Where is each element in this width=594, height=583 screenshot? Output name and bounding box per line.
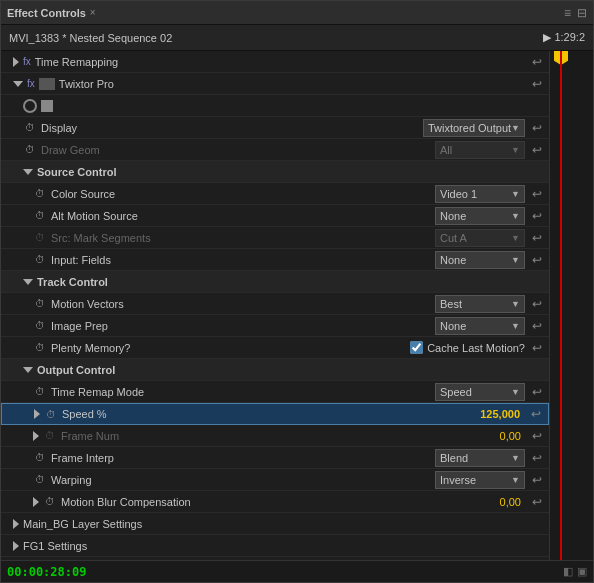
image-prep-stopwatch[interactable]: ⏱	[33, 319, 47, 333]
motion-blur-comp-label: Motion Blur Compensation	[61, 496, 500, 508]
fx-label-time-remapping: fx	[23, 56, 31, 67]
speed-pct-reset[interactable]: ↩	[528, 406, 544, 422]
motion-vectors-dropdown[interactable]: Best ▼	[435, 295, 525, 313]
frame-interp-stopwatch[interactable]: ⏱	[33, 451, 47, 465]
color-source-value: Video 1	[440, 188, 477, 200]
main-bg-triangle[interactable]	[13, 519, 19, 529]
speed-pct-label: Speed %	[62, 408, 480, 420]
display-label: Display	[41, 122, 423, 134]
motion-vectors-row: ⏱ Motion Vectors Best ▼ ↩	[1, 293, 549, 315]
motion-blur-comp-row: ⏱ Motion Blur Compensation 0,00 ↩	[1, 491, 549, 513]
close-button[interactable]: ×	[90, 7, 96, 18]
frame-interp-value: Blend	[440, 452, 468, 464]
frame-num-stopwatch: ⏱	[43, 429, 57, 443]
fg1-triangle[interactable]	[13, 541, 19, 551]
controls-panel: fx Time Remapping ↩ fx Twixtor Pro ↩ ⏱ D…	[1, 51, 549, 560]
panel-collapse-icon[interactable]: ⊟	[577, 6, 587, 20]
sequence-name: MVI_1383 * Nested Sequence 02	[9, 32, 172, 44]
source-control-triangle[interactable]	[23, 169, 33, 175]
image-prep-dropdown-arrow: ▼	[511, 321, 520, 331]
draw-geom-dropdown[interactable]: All ▼	[435, 141, 525, 159]
input-fields-dropdown[interactable]: None ▼	[435, 251, 525, 269]
track-control-label: Track Control	[37, 276, 545, 288]
color-source-reset[interactable]: ↩	[529, 186, 545, 202]
panel-menu-icon[interactable]: ≡	[564, 6, 571, 20]
draw-geom-dropdown-arrow: ▼	[511, 145, 520, 155]
alt-motion-dropdown[interactable]: None ▼	[435, 207, 525, 225]
source-control-label: Source Control	[37, 166, 545, 178]
display-row: ⏱ Display Twixtored Output ▼ ↩	[1, 117, 549, 139]
circle-icon	[23, 99, 37, 113]
bottom-icons: ◧ ▣	[563, 565, 587, 578]
color-source-dropdown-arrow: ▼	[511, 189, 520, 199]
motion-blur-reset[interactable]: ↩	[529, 494, 545, 510]
plenty-memory-reset[interactable]: ↩	[529, 340, 545, 356]
image-prep-value: None	[440, 320, 466, 332]
image-prep-reset[interactable]: ↩	[529, 318, 545, 334]
title-bar-icons: ≡ ⊟	[564, 6, 587, 20]
time-remapping-triangle[interactable]	[13, 57, 19, 67]
warping-reset[interactable]: ↩	[529, 472, 545, 488]
source-control-row: Source Control	[1, 161, 549, 183]
plenty-memory-checkbox[interactable]	[410, 341, 423, 354]
frame-num-label: Frame Num	[61, 430, 500, 442]
output-control-triangle[interactable]	[23, 367, 33, 373]
fx-label-twixtor: fx	[27, 78, 35, 89]
time-remap-stopwatch[interactable]: ⏱	[33, 385, 47, 399]
speed-pct-stopwatch[interactable]: ⏱	[44, 407, 58, 421]
color-source-stopwatch[interactable]: ⏱	[33, 187, 47, 201]
warping-dropdown[interactable]: Inverse ▼	[435, 471, 525, 489]
frame-interp-reset[interactable]: ↩	[529, 450, 545, 466]
bottom-icon-1[interactable]: ◧	[563, 565, 573, 578]
time-remapping-reset[interactable]: ↩	[529, 54, 545, 70]
frame-interp-dropdown[interactable]: Blend ▼	[435, 449, 525, 467]
effect-controls-panel: Effect Controls × ≡ ⊟ MVI_1383 * Nested …	[0, 0, 594, 583]
frame-num-reset[interactable]: ↩	[529, 428, 545, 444]
twixtor-label: Twixtor Pro	[59, 78, 525, 90]
timecode: 00:00:28:09	[7, 565, 86, 579]
draw-geom-reset[interactable]: ↩	[529, 142, 545, 158]
twixtor-icon	[39, 78, 55, 90]
motion-vectors-value: Best	[440, 298, 462, 310]
frame-num-row: ⏱ Frame Num 0,00 ↩	[1, 425, 549, 447]
frame-interp-dropdown-arrow: ▼	[511, 453, 520, 463]
input-fields-reset[interactable]: ↩	[529, 252, 545, 268]
twixtor-triangle[interactable]	[13, 81, 23, 87]
display-stopwatch[interactable]: ⏱	[23, 121, 37, 135]
motion-blur-triangle[interactable]	[33, 497, 39, 507]
alt-motion-source-label: Alt Motion Source	[51, 210, 435, 222]
plenty-memory-stopwatch[interactable]: ⏱	[33, 341, 47, 355]
src-mark-reset[interactable]: ↩	[529, 230, 545, 246]
draw-geom-stopwatch: ⏱	[23, 143, 37, 157]
input-fields-stopwatch[interactable]: ⏱	[33, 253, 47, 267]
display-dropdown[interactable]: Twixtored Output ▼	[423, 119, 525, 137]
motion-vectors-label: Motion Vectors	[51, 298, 435, 310]
time-remap-reset[interactable]: ↩	[529, 384, 545, 400]
input-fields-label: Input: Fields	[51, 254, 435, 266]
plenty-memory-checkbox-area[interactable]: Cache Last Motion?	[410, 341, 525, 354]
bottom-icon-2[interactable]: ▣	[577, 565, 587, 578]
main-bg-layer-label: Main_BG Layer Settings	[23, 518, 545, 530]
motion-blur-stopwatch[interactable]: ⏱	[43, 495, 57, 509]
output-control-row: Output Control	[1, 359, 549, 381]
motion-vectors-stopwatch[interactable]: ⏱	[33, 297, 47, 311]
alt-motion-stopwatch[interactable]: ⏱	[33, 209, 47, 223]
time-remap-mode-dropdown[interactable]: Speed ▼	[435, 383, 525, 401]
frame-num-triangle[interactable]	[33, 431, 39, 441]
src-mark-stopwatch: ⏱	[33, 231, 47, 245]
speed-pct-value[interactable]: 125,000	[480, 408, 520, 420]
track-control-triangle[interactable]	[23, 279, 33, 285]
speed-pct-triangle[interactable]	[34, 409, 40, 419]
twixtor-reset[interactable]: ↩	[529, 76, 545, 92]
alt-motion-reset[interactable]: ↩	[529, 208, 545, 224]
color-source-dropdown[interactable]: Video 1 ▼	[435, 185, 525, 203]
motion-vectors-reset[interactable]: ↩	[529, 296, 545, 312]
image-prep-dropdown[interactable]: None ▼	[435, 317, 525, 335]
draw-geom-label: Draw Geom	[41, 144, 435, 156]
display-reset[interactable]: ↩	[529, 120, 545, 136]
src-mark-dropdown-arrow: ▼	[511, 233, 520, 243]
frame-interp-row: ⏱ Frame Interp Blend ▼ ↩	[1, 447, 549, 469]
warping-stopwatch[interactable]: ⏱	[33, 473, 47, 487]
alt-motion-value: None	[440, 210, 466, 222]
motion-vectors-dropdown-arrow: ▼	[511, 299, 520, 309]
